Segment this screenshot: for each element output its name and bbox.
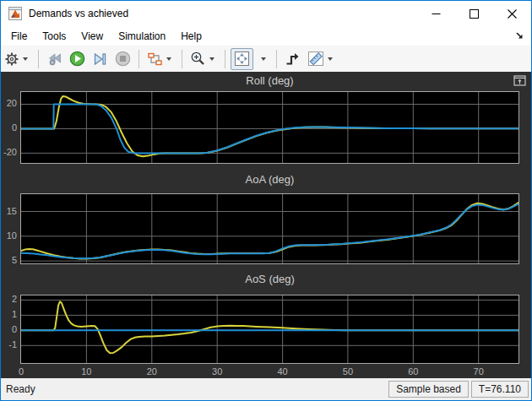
- menu-file[interactable]: File: [3, 28, 35, 45]
- stop-icon: [115, 51, 131, 67]
- toolbar-separator: [182, 50, 182, 68]
- measurements-ruler-icon: [307, 51, 324, 67]
- fit-to-view-options-button[interactable]: [255, 49, 271, 69]
- chart-canvas-aoa[interactable]: [20, 193, 519, 264]
- chevron-down-icon: [328, 57, 333, 61]
- x-tick-label: 70: [466, 366, 491, 377]
- y-tick-label: 20: [1, 98, 17, 108]
- chevron-down-icon: [166, 57, 171, 61]
- run-icon: [69, 51, 85, 67]
- scope-window: Demands vs achieved File Tools View Simu…: [0, 0, 532, 401]
- step-back-button[interactable]: [44, 49, 65, 69]
- dock-arrow-icon[interactable]: [514, 30, 524, 41]
- x-tick-label: 10: [73, 366, 99, 377]
- highlight-block-icon: [147, 51, 163, 67]
- menu-simulation[interactable]: Simulation: [111, 28, 173, 45]
- x-tick-label: 30: [204, 366, 230, 377]
- title-bar: Demands vs achieved: [1, 1, 531, 26]
- chart-canvas-roll[interactable]: [20, 91, 519, 164]
- chart-title-aos: AoS (deg): [20, 273, 519, 285]
- status-time-badge: T=76.110: [471, 381, 529, 398]
- chevron-down-icon: [23, 57, 28, 61]
- close-icon: [508, 9, 517, 19]
- y-tick-label: 0: [1, 122, 17, 133]
- y-tick-label: -20: [1, 147, 17, 157]
- x-tick-label: 20: [139, 366, 165, 377]
- highlight-block-button[interactable]: [144, 49, 176, 69]
- y-tick-label: 10: [1, 230, 17, 241]
- chart-title-roll: Roll (deg): [20, 74, 519, 87]
- zoom-in-icon: [190, 51, 206, 67]
- toolbar: [1, 46, 531, 73]
- x-tick-label: 0: [8, 366, 34, 377]
- chevron-down-icon: [209, 57, 214, 61]
- maximize-icon: [470, 9, 479, 19]
- minimize-icon: [432, 9, 441, 19]
- x-tick-label: 50: [335, 366, 361, 377]
- settings-gear-icon: [4, 51, 19, 67]
- menu-bar: File Tools View Simulation Help: [1, 26, 531, 46]
- settings-button[interactable]: [2, 49, 33, 69]
- fit-to-view-icon: [234, 51, 250, 67]
- status-mode-badge: Sample based: [388, 381, 469, 398]
- chart-canvas-aos[interactable]: [20, 295, 519, 364]
- step-forward-button[interactable]: [90, 49, 111, 69]
- toolbar-separator: [138, 50, 139, 68]
- status-text: Ready: [6, 383, 388, 395]
- stop-button[interactable]: [112, 49, 133, 69]
- step-back-icon: [46, 51, 62, 67]
- menu-tools[interactable]: Tools: [35, 28, 73, 45]
- minimize-button[interactable]: [417, 1, 455, 26]
- menu-view[interactable]: View: [73, 28, 111, 45]
- window-title: Demands vs achieved: [29, 8, 128, 19]
- y-tick-label: -1: [1, 339, 17, 350]
- toolbar-separator: [225, 50, 225, 68]
- status-bar: Ready Sample based T=76.110: [1, 378, 531, 400]
- maximize-button[interactable]: [455, 1, 493, 26]
- toolbar-separator: [38, 50, 39, 68]
- trigger-icon: [285, 51, 301, 67]
- matlab-scope-icon: [8, 7, 22, 20]
- y-tick-label: 0: [1, 324, 17, 334]
- step-forward-icon: [92, 51, 108, 67]
- y-tick-label: 15: [1, 206, 17, 216]
- run-button[interactable]: [67, 49, 88, 69]
- plot-area: Roll (deg) AoA (deg) AoS (deg) -20020510…: [1, 72, 531, 378]
- toolbar-separator: [276, 50, 277, 68]
- measurements-button[interactable]: [305, 49, 338, 69]
- y-tick-label: 5: [1, 255, 17, 265]
- zoom-in-button[interactable]: [187, 49, 220, 69]
- x-tick-label: 40: [270, 366, 296, 377]
- close-button[interactable]: [493, 1, 531, 26]
- chart-title-aoa: AoA (deg): [20, 173, 519, 186]
- x-tick-label: 60: [400, 366, 426, 377]
- trigger-button[interactable]: [282, 49, 303, 69]
- window-controls: [417, 1, 531, 26]
- menu-help[interactable]: Help: [173, 28, 209, 45]
- fit-to-view-button[interactable]: [231, 48, 253, 70]
- y-tick-label: 2: [1, 294, 17, 304]
- y-tick-label: 1: [1, 309, 17, 319]
- chevron-down-icon: [261, 57, 266, 61]
